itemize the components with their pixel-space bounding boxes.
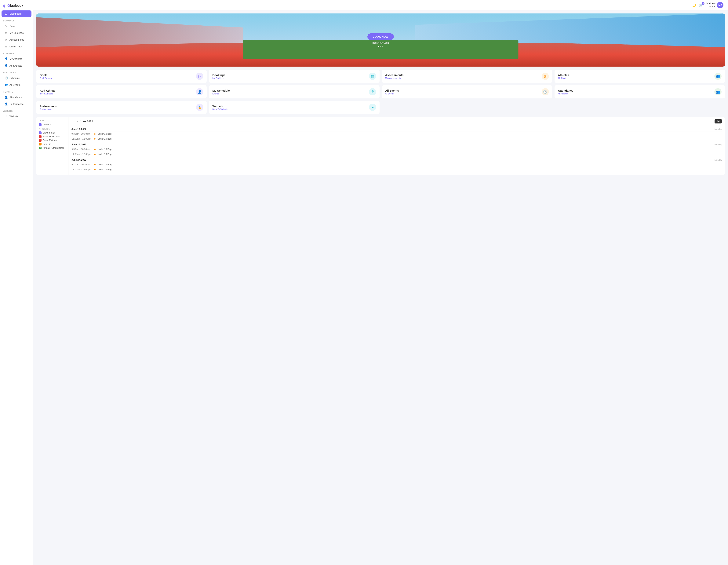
event-time: 9:30am - 10:30am bbox=[71, 148, 92, 151]
sidebar-item-credit-pack[interactable]: ▤ Credit Pack bbox=[2, 43, 31, 50]
event-row: 11:00am - 12:00pm Under 10 Beg bbox=[71, 167, 722, 172]
cart-button[interactable]: 🛒 3 bbox=[699, 3, 703, 7]
sidebar-item-label: My Bookings bbox=[9, 31, 24, 34]
event-row: 11:00am - 12:00pm Under 10 Beg bbox=[71, 152, 722, 157]
carousel-dot-2[interactable] bbox=[380, 46, 381, 47]
kathy-label: Kathy smithsmith bbox=[43, 135, 60, 138]
new-kid-checkbox[interactable]: ✓ bbox=[39, 143, 42, 145]
sidebar-item-book[interactable]: ▷ Book bbox=[2, 23, 31, 29]
book-card-title: Book bbox=[40, 73, 52, 77]
book-now-button[interactable]: BOOK NOW bbox=[367, 33, 394, 40]
athletes-section-label: ATHLETES bbox=[0, 50, 33, 55]
add-athlete-icon: 👤 bbox=[5, 64, 8, 67]
sidebar-item-label: Book bbox=[9, 25, 15, 27]
add-athlete-quick-card[interactable]: Add Athlete Insert Athletes 👤 bbox=[36, 85, 207, 98]
my-schedule-card-icon: ⏱ bbox=[369, 88, 376, 95]
carousel-dot-1[interactable] bbox=[378, 46, 379, 47]
sidebar-item-assessments[interactable]: ◉ Assessments bbox=[2, 36, 31, 43]
sidebar-item-label: Website bbox=[9, 115, 18, 118]
nirmay-checkbox[interactable]: ✓ bbox=[39, 147, 42, 149]
calendar-list-button[interactable]: list bbox=[715, 119, 722, 123]
sidebar-item-label: All Events bbox=[9, 83, 20, 86]
website-section-label: WEBSITE bbox=[0, 107, 33, 113]
website-quick-card[interactable]: Website Back To Website ↗ bbox=[209, 101, 379, 114]
sidebar-item-dashboard[interactable]: ⊞ Dashboard bbox=[2, 10, 31, 17]
david-mathew-label: David Mathew bbox=[43, 139, 57, 142]
david-smith-checkbox[interactable]: ✓ bbox=[39, 131, 42, 134]
event-dot bbox=[94, 164, 96, 165]
event-name: Under 10 Beg bbox=[97, 137, 111, 140]
my-schedule-quick-card[interactable]: My Schedule Events ⏱ bbox=[209, 85, 379, 98]
athlete-filter-nirmay[interactable]: ✓ Nirmay Puthanveettil bbox=[39, 147, 66, 149]
logo[interactable]: ◎ Okrabook bbox=[0, 0, 33, 10]
sidebar-item-label: Add Athlete bbox=[9, 64, 22, 67]
event-dot bbox=[94, 138, 96, 140]
avatar[interactable]: MS bbox=[717, 2, 723, 8]
bookings-card-icon: ▦ bbox=[369, 73, 376, 80]
performance-icon: 👤 bbox=[5, 102, 8, 105]
athletes-filter-label: ATHLETES bbox=[39, 128, 66, 130]
event-row: 9:30am - 10:30am Under 10 Beg bbox=[71, 147, 722, 152]
hero-subtitle: Book Your Sport bbox=[372, 42, 389, 44]
performance-quick-card[interactable]: Performance Performance 🏅 bbox=[36, 101, 207, 114]
sidebar-item-all-events[interactable]: 👥 All Events bbox=[2, 82, 31, 88]
moon-icon[interactable]: 🌙 bbox=[692, 3, 696, 7]
kathy-checkbox[interactable]: ✓ bbox=[39, 135, 42, 138]
assessments-card-icon: ◎ bbox=[542, 73, 549, 80]
logo-text: Okrabook bbox=[7, 4, 23, 8]
view-all-filter[interactable]: ✓ View All bbox=[39, 123, 66, 126]
website-card-title: Website bbox=[212, 104, 228, 108]
sidebar-item-label: Dashboard bbox=[9, 12, 22, 15]
assessments-quick-card[interactable]: Assessments My Assessments ◎ bbox=[382, 70, 552, 83]
hero-content: BOOK NOW Book Your Sport bbox=[36, 13, 725, 67]
assessments-icon: ◉ bbox=[5, 38, 8, 41]
website-card-sub: Back To Website bbox=[212, 108, 228, 110]
day-header-june20: June 20, 2022 Monday bbox=[71, 141, 722, 147]
filter-label: FILTER bbox=[39, 120, 66, 122]
my-schedule-card-sub: Events bbox=[212, 92, 230, 95]
sidebar-item-schedule[interactable]: 🕐 Schedule bbox=[2, 75, 31, 81]
main-content: 🌙 🛒 3 Mathew Smith MS BOOK NOW Book Your… bbox=[33, 0, 728, 565]
sidebar-item-attendance[interactable]: 👤 Attendance bbox=[2, 94, 31, 100]
nirmay-label: Nirmay Puthanveettil bbox=[43, 147, 64, 149]
david-mathew-checkbox[interactable]: ✓ bbox=[39, 139, 42, 142]
cart-badge: 3 bbox=[702, 2, 704, 5]
athlete-filter-david-smith[interactable]: ✓ David Smith bbox=[39, 131, 66, 134]
add-athlete-card-sub: Insert Athletes bbox=[40, 92, 56, 95]
athlete-filter-new-kid[interactable]: ✓ New Kid bbox=[39, 143, 66, 145]
event-row: 9:30am - 10:30am Under 10 Beg bbox=[71, 131, 722, 136]
sidebar-item-add-athlete[interactable]: 👤 Add Athlete bbox=[2, 62, 31, 69]
sidebar-item-my-athletes[interactable]: 👤 My Athletes bbox=[2, 56, 31, 62]
athlete-filter-david-mathew[interactable]: ✓ David Mathew bbox=[39, 139, 66, 142]
athletes-quick-card[interactable]: Athletes All Athletes 👥 bbox=[555, 70, 725, 83]
cal-next-button[interactable]: › bbox=[76, 119, 79, 123]
event-time: 11:00am - 12:00pm bbox=[71, 153, 92, 155]
event-name: Under 10 Beg bbox=[97, 153, 111, 155]
sidebar: ◎ Okrabook ⊞ Dashboard BOOKINGS ▷ Book ▦… bbox=[0, 0, 33, 565]
view-all-checkbox[interactable]: ✓ bbox=[39, 123, 42, 126]
new-kid-label: New Kid bbox=[43, 143, 51, 145]
event-dot bbox=[94, 133, 96, 135]
performance-card-icon: 🏅 bbox=[196, 104, 203, 111]
website-icon: ↗ bbox=[5, 115, 8, 118]
carousel-dot-3[interactable] bbox=[382, 46, 383, 47]
sidebar-item-my-bookings[interactable]: ▦ My Bookings bbox=[2, 30, 31, 36]
all-events-quick-card[interactable]: All Events All Events 🕐 bbox=[382, 85, 552, 98]
user-first-name: Mathew bbox=[706, 2, 715, 5]
attendance-quick-card[interactable]: Attendance Attendance 👥 bbox=[555, 85, 725, 98]
my-athletes-icon: 👤 bbox=[5, 57, 8, 60]
event-name: Under 10 Beg bbox=[97, 168, 111, 171]
athlete-filter-kathy[interactable]: ✓ Kathy smithsmith bbox=[39, 135, 66, 138]
user-menu[interactable]: Mathew Smith MS bbox=[706, 2, 723, 8]
dashboard-icon: ⊞ bbox=[5, 12, 8, 15]
cal-prev-button[interactable]: ‹ bbox=[71, 119, 75, 123]
top-header: 🌙 🛒 3 Mathew Smith MS bbox=[33, 0, 728, 10]
day-header-june27: June 27, 2022 Monday bbox=[71, 157, 722, 162]
day-date-june27: June 27, 2022 bbox=[71, 158, 86, 161]
book-quick-card[interactable]: Book Book Session ▷ bbox=[36, 70, 207, 83]
bookings-quick-card[interactable]: Bookings My Bookings ▦ bbox=[209, 70, 379, 83]
sidebar-item-performance[interactable]: 👤 Performance bbox=[2, 101, 31, 107]
sidebar-item-label: Performance bbox=[9, 103, 24, 105]
sidebar-item-website[interactable]: ↗ Website bbox=[2, 113, 31, 119]
event-time: 9:30am - 10:30am bbox=[71, 132, 92, 135]
